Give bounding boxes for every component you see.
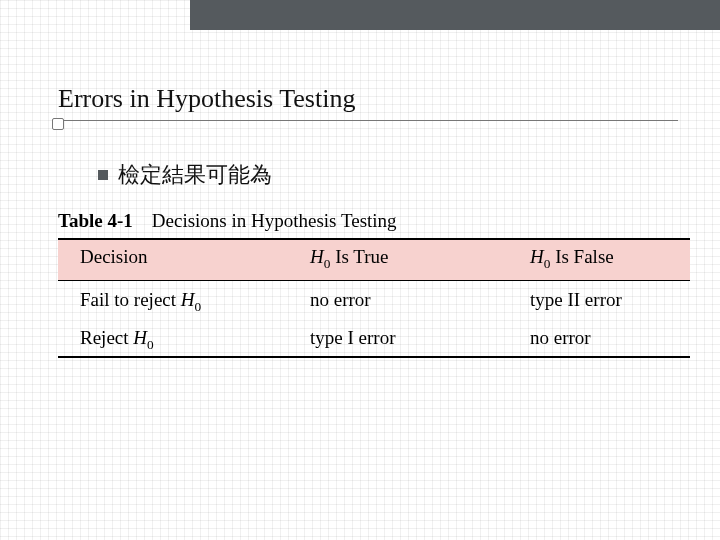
row0-decision: Fail to reject H0 — [58, 289, 310, 315]
row0-d-prefix: Fail to reject — [80, 289, 181, 310]
row1-false: no error — [530, 327, 690, 353]
row0-d-sym: H — [181, 289, 195, 310]
row0-true: no error — [310, 289, 530, 315]
top-bar — [190, 0, 720, 30]
table-area: Table 4-1 Decisions in Hypothesis Testin… — [58, 210, 690, 358]
table-rule-bottom — [58, 356, 690, 358]
row1-d-sym: H — [133, 327, 147, 348]
row1-true: type I error — [310, 327, 530, 353]
table-row: Fail to reject H0 no error type II error — [58, 281, 690, 319]
title-node-icon — [52, 118, 64, 130]
bullet-icon — [98, 170, 108, 180]
h0-true-suffix: Is True — [330, 246, 388, 267]
table-row: Reject H0 type I error no error — [58, 319, 690, 357]
table-header-row: Decision H0 Is True H0 Is False — [58, 240, 690, 280]
title-block: Errors in Hypothesis Testing — [58, 84, 680, 121]
row0-false: type II error — [530, 289, 690, 315]
row1-d-prefix: Reject — [80, 327, 133, 348]
row1-decision: Reject H0 — [58, 327, 310, 353]
subtitle-row: 檢定結果可能為 — [98, 160, 272, 190]
table-caption-text: Decisions in Hypothesis Testing — [152, 210, 397, 231]
h0-true-sym: H — [310, 246, 324, 267]
title-underline — [58, 120, 678, 121]
h0-false-suffix: Is False — [550, 246, 613, 267]
header-h0-false: H0 Is False — [530, 246, 690, 272]
h0-false-sym: H — [530, 246, 544, 267]
slide-title: Errors in Hypothesis Testing — [58, 84, 680, 114]
table-label: Table 4-1 — [58, 210, 133, 231]
subtitle-text: 檢定結果可能為 — [118, 160, 272, 190]
header-decision: Decision — [58, 246, 310, 272]
row1-d-sub: 0 — [147, 336, 154, 351]
header-h0-true: H0 Is True — [310, 246, 530, 272]
row0-d-sub: 0 — [195, 299, 202, 314]
table-caption: Table 4-1 Decisions in Hypothesis Testin… — [58, 210, 690, 232]
